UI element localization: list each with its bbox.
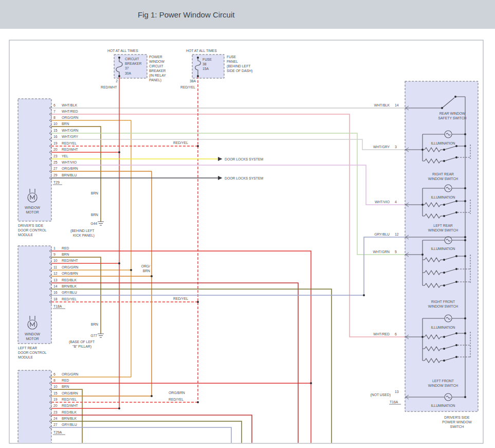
mod3-pin-num: 6 — [53, 372, 56, 376]
mod2-pin-wire: GRY/BLU — [62, 291, 77, 294]
mod2-pin-wire: ORG/BRN — [62, 272, 78, 275]
wire-label-red-yel: RED/YEL — [169, 398, 184, 401]
fuse-desc-2: PANEL — [227, 60, 238, 63]
mod3-pin-num: 15 — [53, 391, 58, 395]
mod3-connector-id: T29A — [53, 431, 62, 434]
mod1-pin-wire: RED/WHT — [62, 148, 78, 151]
wire-label-red-yel: RED/YEL — [173, 141, 188, 145]
diagram-content: HOT AT ALL TIMES CIRCUIT BREAKER 37 30A … — [18, 49, 478, 448]
left-rear-switch-label-2: WINDOW SWITCH — [428, 228, 459, 232]
mod3-pin-num: 20 — [53, 404, 58, 407]
panel-pin-wire: (NOT USED) — [370, 393, 391, 397]
mod1-caption-3: MODULE — [18, 233, 33, 237]
figure-title: Fig 1: Power Window Circuit — [138, 10, 235, 19]
mod1-pin-wire: WHT/BLK — [62, 103, 78, 107]
panel-pin-wire: WHT/GRY — [373, 145, 390, 149]
mod2-pin-num: 12 — [53, 272, 58, 275]
fuse-label-2: 38 — [203, 62, 207, 66]
mod3-pin-num: 19 — [53, 398, 58, 401]
illumination-label: ILLUMINATION — [431, 195, 455, 199]
fuse-desc-3: (BEHIND LEFT — [227, 64, 250, 68]
fuse-pin-number: 38A — [190, 79, 196, 83]
wire-gry-blu — [51, 237, 405, 443]
mod2-connector-id: T18A — [53, 304, 62, 308]
breaker-desc-5: (IN RELAY — [149, 74, 166, 78]
mod1-pin-num: 7 — [53, 110, 56, 113]
mod1-pin-wire: YEL — [62, 154, 68, 158]
panel-pin-num: 6 — [395, 332, 397, 336]
mod3-pin-wire: RED/WHT — [62, 404, 78, 407]
mod3-pin-wire: RED/YEL — [62, 398, 77, 401]
mod2-pin-num: 13 — [53, 278, 58, 282]
mod1-pin-wire: BRN/BLU — [62, 173, 77, 177]
illumination-label: ILLUMINATION — [431, 247, 455, 250]
module-left-rear-box — [18, 246, 51, 344]
mod1-pin-wire: ORG/BRN — [62, 167, 78, 170]
left-front-switch-label-2: WINDOW SWITCH — [428, 384, 459, 387]
module-bottom-door: 6ORG/GRN 8RED 10BRN 15ORG/BRN 19RED/YEL … — [18, 370, 79, 448]
mod2-pin-num: 9 — [53, 253, 56, 256]
fuse-desc-4: SIDE OF DASH) — [227, 69, 252, 73]
mod1-caption-1: DRIVER'S SIDE — [18, 224, 44, 227]
mod2-caption-2: DOOR CONTROL — [18, 351, 47, 354]
mod1-pin-wire: BRN — [62, 122, 69, 126]
mod3-pin-wire: RED/BLK — [62, 410, 77, 414]
mod1-pin-wire: WHT/GRY — [62, 135, 78, 138]
mod1-connector-id: T29 — [53, 181, 60, 184]
illumination-label: ILLUMINATION — [431, 326, 455, 329]
ground-name: G77 — [90, 334, 97, 337]
mod2-pin-wire: BRN/BLK — [62, 284, 77, 288]
mod1-pin-wire: ORG/GRN — [62, 116, 79, 119]
mod2-pin-num: 14 — [53, 284, 58, 288]
panel-pin-num: 12 — [395, 232, 399, 236]
panel-pin-wire: WHT/GRN — [373, 250, 390, 254]
module-driver-door: WINDOW MOTOR 6WHT/BLK 7WHT/RED 8ORG/GRN … — [18, 99, 79, 237]
mod1-pin-wire: WHT/GRN — [62, 129, 79, 132]
fuse-wire-label: RED/YEL — [180, 85, 195, 89]
mod1-pin-wire: WHT/RED — [62, 110, 78, 113]
mod2-caption-3: MODULE — [18, 355, 33, 359]
mod1-pin-num: 8 — [53, 116, 56, 119]
mod1-pin-num: 16 — [53, 135, 58, 138]
mod3-pin-num: 27 — [53, 423, 58, 426]
right-rear-switch-label-1: RIGHT REAR — [432, 172, 454, 176]
wire-red-blk — [51, 283, 298, 443]
wire-wht-red — [51, 114, 405, 337]
door-locks-system-label: DOOR LOCKS SYSTEM — [225, 176, 263, 180]
motor-label-1: WINDOW — [25, 332, 40, 336]
mod1-pin-num: 25 — [53, 160, 58, 164]
motor-label-2: MOTOR — [26, 210, 39, 214]
field-junction-dots — [118, 57, 365, 409]
wires — [51, 76, 405, 443]
breaker-desc-1: POWER — [149, 55, 162, 59]
left-rear-switch-label-1: LEFT REAR — [433, 224, 452, 227]
mod3-pin-num: 8 — [53, 379, 56, 382]
breaker-desc-2: WINDOW — [149, 60, 164, 63]
fuse-label-1: FUSE — [203, 58, 212, 61]
ground-name: G44 — [90, 222, 97, 225]
motor-label-1: WINDOW — [25, 206, 40, 209]
panel-caption-3: SWITCH — [450, 425, 464, 428]
wire-label-org-brn-1: ORG/ — [141, 264, 150, 268]
breaker-amp-rating: 30A — [125, 71, 132, 75]
breaker-label-2: BREAKER — [125, 62, 142, 65]
panel-pin-wire: GRY/BLU — [374, 232, 390, 236]
wire-label-brn: BRN — [91, 191, 98, 195]
hot-at-all-times-label: HOT AT ALL TIMES — [107, 49, 138, 52]
wire-wht-grn — [51, 133, 405, 255]
mod1-pin-num: 23 — [53, 154, 58, 158]
fuse-desc-1: FUSE — [227, 55, 236, 59]
wiring-diagram-page: Fig 1: Power Window Circuit HOT AT ALL T… — [0, 0, 495, 448]
right-front-switch-label-2: WINDOW SWITCH — [428, 304, 459, 308]
motor-label-2: MOTOR — [26, 337, 39, 341]
door-locks-branches: DOOR LOCKS SYSTEM DOOR LOCKS SYSTEM — [218, 157, 263, 180]
wiring-diagram: Fig 1: Power Window Circuit HOT AT ALL T… — [0, 0, 495, 448]
panel-pin-num: 3 — [395, 145, 397, 149]
arrow-right-icon — [218, 176, 223, 180]
mod2-pin-num: 18 — [53, 297, 58, 301]
breaker-label-3: 37 — [125, 66, 129, 70]
panel-caption-1: DRIVER'S SIDE — [444, 416, 470, 419]
door-locks-system-label: DOOR LOCKS SYSTEM — [225, 157, 263, 161]
hot-at-all-times-label: HOT AT ALL TIMES — [186, 49, 217, 52]
mod1-pin-num: 29 — [53, 173, 58, 177]
